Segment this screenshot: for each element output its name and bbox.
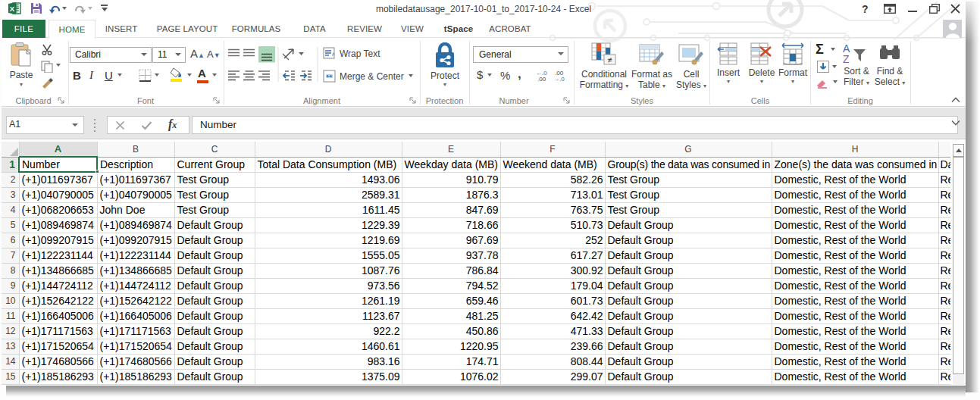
- svg-text:≠: ≠: [607, 55, 612, 64]
- svg-text:.00: .00: [537, 76, 546, 81]
- svg-text:→.0: →.0: [553, 76, 565, 81]
- svg-text:Z: Z: [843, 53, 850, 64]
